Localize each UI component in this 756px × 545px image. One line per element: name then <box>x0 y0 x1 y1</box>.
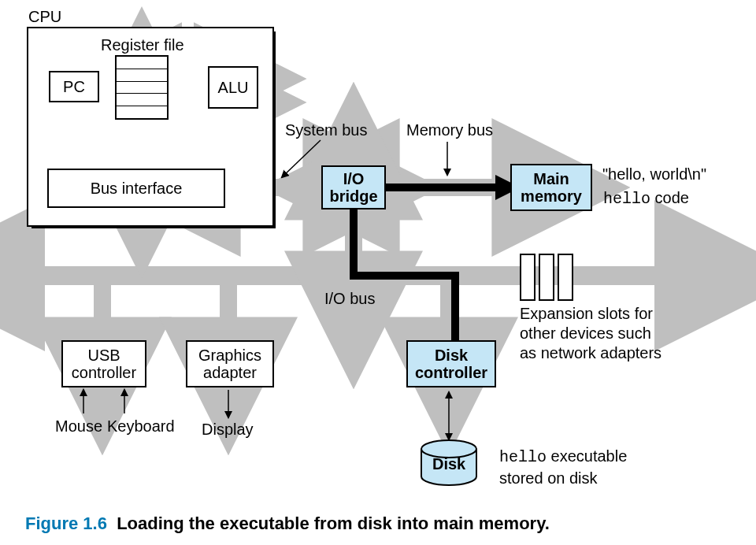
mouse-label: Mouse <box>55 417 102 436</box>
graphics-text-1: Graphics <box>198 347 261 364</box>
pc-box: PC <box>49 71 99 102</box>
register-cell <box>117 82 167 95</box>
register-cell <box>117 94 167 106</box>
diskctl-text-1: Disk <box>435 347 468 364</box>
graphics-text-2: adapter <box>203 364 257 381</box>
diagram-stage: CPU Register file PC ALU Bus interface S… <box>0 0 756 545</box>
cpu-label: CPU <box>28 8 61 26</box>
hello-world-str-label: "hello, world\n" <box>602 165 706 184</box>
register-cell <box>117 69 167 82</box>
register-file <box>115 55 169 120</box>
memory-bus-label: Memory bus <box>406 121 493 139</box>
register-file-label: Register file <box>101 36 184 54</box>
io-bridge-box: I/O bridge <box>321 165 386 209</box>
io-bridge-text-2: bridge <box>329 187 377 205</box>
alu-text: ALU <box>218 79 249 96</box>
data-path-highlight <box>354 187 498 340</box>
keyboard-label: Keyboard <box>107 417 175 436</box>
figure-caption: Figure 1.6 Loading the executable from d… <box>25 513 550 534</box>
bus-interface-box: Bus interface <box>47 169 225 208</box>
main-memory-box: Main memory <box>510 164 592 211</box>
expansion-slot-bar <box>539 254 554 301</box>
diskctl-text-2: controller <box>415 364 487 381</box>
register-cell <box>117 57 167 69</box>
io-bridge-text-1: I/O <box>343 170 365 187</box>
usb-text-2: controller <box>72 364 136 381</box>
disk-label: Disk <box>432 455 465 473</box>
display-label: Display <box>202 421 254 439</box>
expansion-line2: other devices such <box>520 324 651 342</box>
disk-annot-line2: stored on disk <box>499 469 598 487</box>
disk-annotation: hello executable stored on disk <box>499 446 673 488</box>
system-bus-label: System bus <box>285 121 367 139</box>
bus-interface-text: Bus interface <box>91 180 183 197</box>
main-memory-text-1: Main <box>533 170 569 187</box>
disk-annot-line1-suffix: executable <box>547 447 627 465</box>
expansion-slot-bar <box>520 254 536 301</box>
expansion-line1: Expansion slots for <box>520 305 653 322</box>
usb-text-1: USB <box>87 347 120 364</box>
graphics-adapter-box: Graphics adapter <box>186 340 274 387</box>
figure-title: Loading the executable from disk into ma… <box>117 513 550 533</box>
disk-controller-box: Disk controller <box>406 340 496 387</box>
alu-box: ALU <box>208 66 258 109</box>
expansion-slots-text: Expansion slots for other devices such a… <box>520 304 701 363</box>
main-memory-text-2: memory <box>521 187 582 205</box>
hello-code-label: hello code <box>603 189 689 208</box>
disk-annot-prefix: hello <box>499 448 547 466</box>
register-cell <box>117 106 167 118</box>
pc-text: PC <box>63 78 85 95</box>
hello-code-prefix: hello <box>603 190 650 208</box>
expansion-slot-bar <box>558 254 573 301</box>
expansion-line3: as network adapters <box>520 344 662 361</box>
usb-controller-box: USB controller <box>61 340 146 387</box>
systembus-pointer <box>282 140 321 177</box>
figure-number: Figure 1.6 <box>25 513 107 533</box>
io-bus-label: I/O bus <box>324 290 375 308</box>
hello-code-suffix: code <box>650 189 689 206</box>
